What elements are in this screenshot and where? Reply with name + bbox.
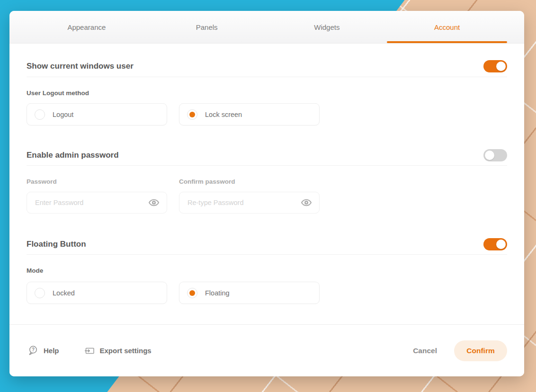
mode-label: Mode	[27, 267, 507, 276]
confirm-password-input[interactable]	[187, 198, 301, 207]
radio-label: Lock screen	[205, 111, 242, 118]
tab-panels-label: Panels	[196, 23, 218, 31]
section-title: Floating Button	[27, 240, 86, 249]
settings-dialog: Appearance Panels Widgets Account Show c…	[9, 11, 524, 376]
enable-admin-password-toggle[interactable]	[483, 149, 507, 161]
radio-circle-icon	[187, 288, 197, 298]
section-title: Show current windows user	[27, 62, 134, 71]
radio-circle-icon	[187, 109, 197, 120]
active-tab-underline	[387, 41, 507, 43]
logout-method-label: User Logout method	[27, 89, 507, 98]
confirm-password-field-label: Confirm password	[179, 178, 320, 187]
tab-widgets-label: Widgets	[314, 23, 339, 31]
confirm-button-label: Confirm	[466, 347, 494, 355]
confirm-button[interactable]: Confirm	[454, 340, 507, 361]
confirm-password-field	[179, 192, 320, 214]
tab-account-label: Account	[434, 23, 460, 31]
svg-text:?: ?	[32, 347, 35, 352]
export-tray-icon	[84, 345, 95, 356]
radio-label: Logout	[53, 111, 73, 118]
radio-card-floating[interactable]: Floating	[179, 282, 320, 304]
toggle-knob	[496, 240, 506, 249]
radio-circle-icon	[35, 109, 45, 120]
tab-account[interactable]: Account	[387, 11, 507, 43]
account-settings-panel: Show current windows user User Logout me…	[9, 44, 524, 324]
radio-circle-icon	[35, 288, 45, 298]
radio-card-logout[interactable]: Logout	[27, 103, 167, 125]
toggle-knob	[485, 151, 494, 160]
divider	[27, 254, 507, 255]
tab-panels[interactable]: Panels	[147, 11, 267, 43]
section-floating-button: Floating Button	[27, 238, 507, 251]
export-settings-button[interactable]: Export settings	[84, 345, 152, 356]
password-input[interactable]	[34, 198, 148, 207]
show-windows-user-toggle[interactable]	[483, 60, 507, 72]
help-speech-bubble-icon: ?	[27, 345, 39, 356]
section-windows-user: Show current windows user	[27, 60, 507, 73]
toggle-knob	[496, 62, 506, 71]
radio-card-locked[interactable]: Locked	[27, 282, 167, 304]
floating-button-toggle[interactable]	[483, 238, 507, 250]
tab-appearance-label: Appearance	[67, 23, 106, 31]
help-button[interactable]: ? Help	[27, 345, 59, 356]
settings-tabbar: Appearance Panels Widgets Account	[9, 11, 524, 44]
export-settings-label: Export settings	[100, 347, 152, 355]
radio-card-lock-screen[interactable]: Lock screen	[179, 103, 320, 125]
divider	[27, 77, 507, 77]
show-password-eye-icon[interactable]	[301, 197, 312, 208]
cancel-button[interactable]: Cancel	[413, 347, 437, 355]
section-title: Enable admin password	[27, 151, 119, 160]
password-field	[27, 192, 167, 214]
password-field-label: Password	[27, 178, 167, 187]
dialog-footer: ? Help Export settings Cancel Confirm	[9, 324, 524, 376]
radio-label: Locked	[53, 289, 75, 297]
tab-appearance[interactable]: Appearance	[27, 11, 147, 43]
divider	[27, 165, 507, 166]
tab-widgets[interactable]: Widgets	[267, 11, 387, 43]
show-password-eye-icon[interactable]	[148, 197, 160, 208]
radio-label: Floating	[205, 289, 230, 297]
section-admin-password: Enable admin password	[27, 149, 507, 162]
help-label: Help	[44, 347, 59, 355]
